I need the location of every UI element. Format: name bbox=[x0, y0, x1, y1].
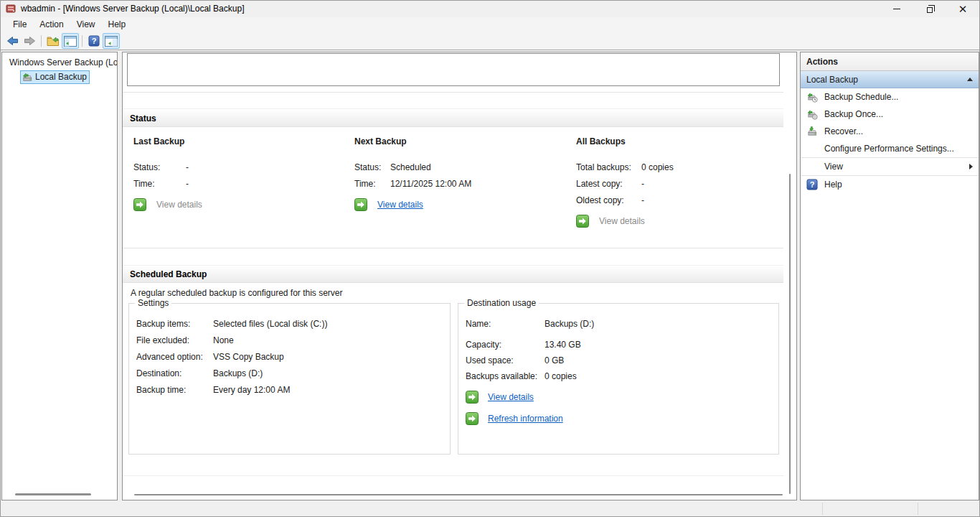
actions-group-label: Local Backup bbox=[806, 75, 967, 85]
field-label: Oldest copy: bbox=[576, 192, 641, 209]
status-section-header: Status bbox=[123, 108, 783, 127]
field-label: Name: bbox=[466, 316, 545, 332]
divider bbox=[123, 475, 783, 476]
close-button[interactable]: ✕ bbox=[946, 1, 979, 17]
restore-icon bbox=[927, 7, 933, 13]
field-label: Advanced option: bbox=[136, 349, 213, 365]
view-details-label: View details bbox=[599, 216, 645, 226]
field-value: - bbox=[186, 159, 189, 176]
field-value: 0 copies bbox=[545, 368, 577, 384]
show-console-tree-button[interactable] bbox=[62, 33, 79, 49]
go-arrow-icon bbox=[466, 412, 479, 425]
field-label: Time: bbox=[133, 176, 186, 192]
settings-group: Settings Backup items:Selected files (Lo… bbox=[128, 303, 451, 455]
collapse-icon[interactable] bbox=[967, 78, 973, 81]
destination-view-details[interactable]: View details bbox=[466, 391, 771, 404]
field-value: 12/11/2025 12:00 AM bbox=[390, 176, 471, 192]
field-label: Destination: bbox=[136, 365, 213, 382]
actions-pane: Actions Local Backup Backup Schedule... … bbox=[800, 52, 979, 500]
scheduled-backup-description: A regular scheduled backup is configured… bbox=[131, 288, 343, 298]
field-label: Capacity: bbox=[466, 337, 545, 353]
field-label: Backup time: bbox=[136, 382, 213, 399]
go-arrow-icon bbox=[576, 215, 589, 228]
field-label: Time: bbox=[354, 176, 390, 192]
field-value: 13.40 GB bbox=[545, 337, 581, 353]
field-label: Used space: bbox=[466, 353, 545, 368]
actions-group-local-backup[interactable]: Local Backup bbox=[801, 71, 979, 88]
backup-once-icon bbox=[806, 108, 819, 120]
status-bar-separator bbox=[822, 503, 823, 515]
menu-view[interactable]: View bbox=[70, 18, 102, 32]
action-label: View bbox=[824, 162, 969, 172]
field-value: Backups (D:) bbox=[545, 316, 594, 332]
minimize-icon bbox=[893, 9, 900, 9]
field-value: 0 copies bbox=[641, 159, 674, 176]
export-list-button[interactable] bbox=[44, 33, 62, 49]
field-value: Scheduled bbox=[390, 159, 431, 176]
field-value: None bbox=[213, 332, 234, 349]
action-configure-performance-settings[interactable]: Configure Performance Settings... bbox=[801, 140, 979, 157]
scheduled-backup-section-header: Scheduled Backup bbox=[123, 265, 783, 283]
field-value: 0 GB bbox=[545, 353, 564, 368]
field-value: - bbox=[186, 176, 189, 192]
field-label: Backup items: bbox=[136, 316, 213, 332]
messages-list[interactable] bbox=[127, 53, 780, 86]
help-toolbar-button[interactable]: ? bbox=[85, 33, 103, 49]
help-icon: ? bbox=[88, 35, 100, 47]
close-icon: ✕ bbox=[958, 4, 968, 14]
minimize-button[interactable] bbox=[880, 1, 913, 17]
action-backup-once[interactable]: Backup Once... bbox=[801, 106, 979, 123]
console-tree-icon bbox=[64, 36, 77, 47]
svg-text:?: ? bbox=[92, 37, 97, 45]
field-label: Backups available: bbox=[466, 368, 545, 384]
menu-action[interactable]: Action bbox=[33, 18, 70, 32]
all-backups-view-details: View details bbox=[576, 215, 791, 228]
tree-item-local-backup[interactable]: Local Backup bbox=[20, 70, 90, 84]
back-button[interactable] bbox=[4, 33, 21, 49]
field-value: VSS Copy Backup bbox=[213, 349, 284, 365]
go-arrow-icon bbox=[133, 198, 146, 211]
action-label: Help bbox=[824, 180, 973, 190]
action-recover[interactable]: Recover... bbox=[801, 123, 979, 140]
backup-drive-icon bbox=[22, 71, 33, 83]
main-horizontal-scrollbar[interactable] bbox=[134, 494, 783, 495]
show-action-pane-button[interactable] bbox=[103, 33, 120, 49]
menu-bar: File Action View Help bbox=[0, 17, 980, 32]
action-label: Recover... bbox=[824, 126, 973, 136]
tree-horizontal-scrollbar[interactable] bbox=[15, 493, 91, 495]
settings-legend: Settings bbox=[135, 298, 171, 308]
help-icon: ? bbox=[806, 179, 819, 190]
all-backups-column: All Backups Total backups:0 copies Lates… bbox=[576, 136, 791, 228]
action-label: Backup Once... bbox=[824, 109, 973, 119]
destination-usage-legend: Destination usage bbox=[464, 298, 539, 308]
tree-item-windows-server-backup[interactable]: Windows Server Backup (Local) bbox=[7, 57, 117, 68]
refresh-information-link[interactable]: Refresh information bbox=[488, 414, 563, 424]
field-value: Backups (D:) bbox=[213, 365, 263, 382]
all-backups-title: All Backups bbox=[576, 136, 791, 146]
go-arrow-icon bbox=[466, 391, 479, 404]
restore-button[interactable] bbox=[913, 1, 946, 17]
svg-text:?: ? bbox=[810, 180, 815, 189]
action-label: Configure Performance Settings... bbox=[824, 144, 973, 154]
action-view[interactable]: View bbox=[801, 158, 979, 175]
action-help[interactable]: ? Help bbox=[801, 176, 979, 193]
action-pane-icon bbox=[105, 36, 118, 47]
main-vertical-scrollbar[interactable] bbox=[789, 174, 791, 494]
field-label: Status: bbox=[354, 159, 390, 176]
view-details-link[interactable]: View details bbox=[377, 200, 423, 210]
divider bbox=[123, 248, 783, 248]
next-backup-view-details[interactable]: View details bbox=[354, 198, 570, 211]
forward-button[interactable] bbox=[21, 33, 38, 49]
title-bar: wbadmin - [Windows Server Backup (Local)… bbox=[0, 0, 980, 17]
view-details-link[interactable]: View details bbox=[488, 392, 534, 402]
destination-refresh-information[interactable]: Refresh information bbox=[466, 412, 771, 425]
status-bar-separator bbox=[918, 503, 918, 515]
window-title: wbadmin - [Windows Server Backup (Local)… bbox=[21, 4, 244, 14]
results-pane: Status Last Backup Status:- Time:- View … bbox=[122, 52, 797, 500]
action-backup-schedule[interactable]: Backup Schedule... bbox=[801, 88, 979, 106]
toolbar: ? bbox=[0, 32, 980, 50]
next-backup-title: Next Backup bbox=[354, 136, 570, 146]
menu-help[interactable]: Help bbox=[102, 18, 133, 32]
menu-file[interactable]: File bbox=[6, 18, 33, 32]
tree-selected-label: Local Backup bbox=[35, 72, 87, 82]
